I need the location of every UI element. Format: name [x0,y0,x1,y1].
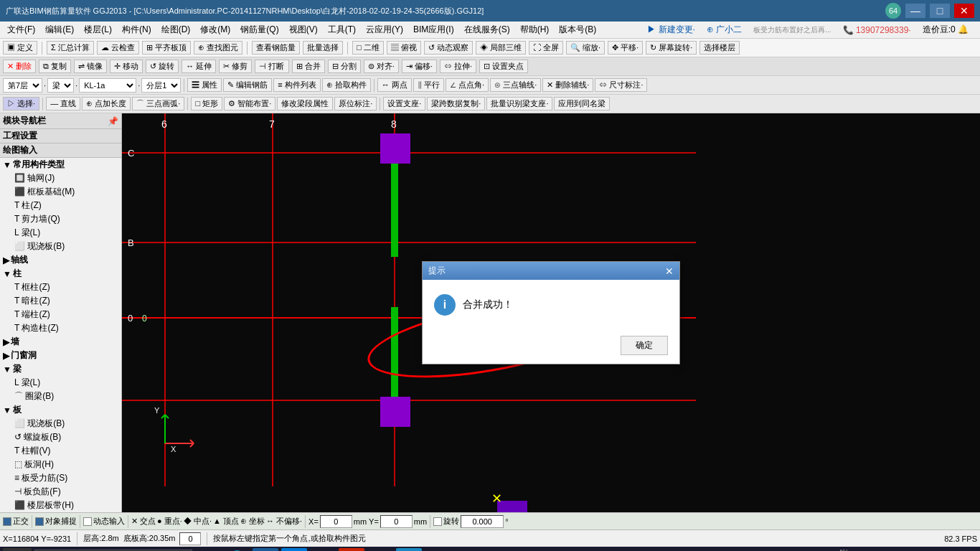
sidebar-item-struct-col[interactable]: T 构造柱(Z) [0,321,121,335]
btn-define[interactable]: ▣ 定义 [3,41,37,55]
btn-screen-rotate[interactable]: ↻ 屏幕旋转· [646,41,697,55]
taskbar-g-icon[interactable]: G [339,548,364,551]
dialog-ok-button[interactable]: 确定 [621,336,668,355]
sidebar-item-ring-beam[interactable]: ⌒ 圈梁(B) [0,390,121,403]
sidebar-group-beam[interactable]: ▼ 梁 [0,362,121,376]
btn-smart-place[interactable]: ⚙ 智能布置· [224,97,275,110]
sidebar-item-slab-neg[interactable]: ⊣ 板负筋(F) [0,485,121,499]
btn-split[interactable]: ⊟ 分割 [328,60,361,73]
btn-move[interactable]: ✛ 移动 [110,60,143,73]
menu-element[interactable]: 构件(N) [118,22,156,37]
btn-offset[interactable]: ⇥ 偏移· [402,60,437,73]
btn-select[interactable]: ▷ 选择· [3,97,39,110]
menu-edit[interactable]: 编辑(E) [41,22,78,37]
sidebar-item-slab[interactable]: ⬜ 现浇板(B) [0,240,121,253]
btn-parallel[interactable]: ∥ 平行 [413,78,444,92]
taskbar-folder-icon[interactable]: 📁 [310,548,336,551]
menu-tools[interactable]: 工具(T) [324,22,360,37]
btn-find[interactable]: ⊕ 查找图元 [194,41,242,55]
btn-property[interactable]: ☰ 属性 [187,78,222,92]
snap-orthogonal[interactable]: 正交 [3,516,29,527]
sidebar-item-dark-col[interactable]: T 暗柱(Z) [0,294,121,308]
sidebar-group-window[interactable]: ▶ 门窗洞 [0,349,121,362]
sub-level-select[interactable]: 分层1 [141,78,181,93]
btn-line[interactable]: — 直线 [46,97,80,110]
taskbar-edge-icon[interactable]: e [281,548,307,551]
btn-batch-id[interactable]: 批量识别梁支座· [486,97,552,110]
btn-set-support[interactable]: 设置支座· [383,97,425,110]
snap-vertex[interactable]: ▲ 顶点 [213,516,239,527]
btn-two-point[interactable]: ↔ 两点 [377,78,412,92]
btn-align-top[interactable]: ⊞ 平齐板顶 [142,41,191,55]
btn-rotate[interactable]: ↺ 旋转 [146,60,179,73]
menu-steel[interactable]: 钢筋量(Q) [236,22,283,37]
snap-object[interactable]: 对象捕捉 [35,516,77,527]
dialog-close-button[interactable]: ✕ [665,265,674,277]
btn-align[interactable]: ⊜ 对齐· [364,60,399,73]
coord-value-input[interactable] [179,532,201,545]
sidebar-item-cast-slab[interactable]: ⬜ 现浇板(B) [0,417,121,430]
sidebar-item-floor-band[interactable]: ⬛ 楼层板带(H) [0,499,121,512]
menu-cloud[interactable]: 云应用(Y) [362,22,407,37]
btn-element-list[interactable]: ≡ 构件列表 [273,78,320,92]
sidebar-item-spiral-slab[interactable]: ↺ 螺旋板(B) [0,430,121,444]
type-select[interactable]: 梁 [47,78,74,93]
btn-arc[interactable]: ⌒ 三点画弧· [132,97,184,110]
btn-grip[interactable]: ⊡ 设置夹点 [479,60,528,73]
btn-pt-len[interactable]: ⊕ 点加长度 [82,97,131,110]
btn-dynamic[interactable]: ↺ 动态观察 [424,41,473,55]
sidebar-item-col-cap[interactable]: T 柱帽(V) [0,444,121,458]
menu-new-change[interactable]: ▶ 新建变更· [643,22,699,37]
sidebar-item-raft[interactable]: ⬛ 框板基础(M) [0,185,121,199]
canvas-area[interactable]: 6 7 8 C B 0 ✕ X [122,113,980,512]
sidebar-item-beam-t[interactable]: L 梁(L) [0,226,121,240]
btn-trim[interactable]: ✂ 修剪 [219,60,252,73]
floor-select[interactable]: 第7层 [3,78,42,93]
menu-help[interactable]: 帮助(H) [516,22,554,37]
btn-copy[interactable]: ⧉ 复制 [39,60,71,73]
sidebar-group-col[interactable]: ▼ 柱 [0,267,121,281]
btn-select-floor[interactable]: 选择楼层 [699,41,740,55]
sidebar-item-project-settings[interactable]: 工程设置 [0,129,121,143]
sidebar-pin[interactable]: 📌 [108,116,118,126]
snap-coord[interactable]: ⊕ 坐标 [240,516,265,527]
minimize-button[interactable]: — [905,4,925,18]
sidebar-group-axis[interactable]: ▶ 轴线 [0,253,121,267]
sidebar-item-end-col[interactable]: T 端柱(Z) [0,308,121,321]
btn-dim[interactable]: ⇔ 尺寸标注· [595,78,647,92]
snap-rotate-checkbox[interactable] [433,517,442,526]
sidebar-group-wall[interactable]: ▶ 墙 [0,335,121,349]
btn-apply-same[interactable]: 应用到同名梁 [554,97,610,110]
x-input[interactable] [320,515,352,528]
btn-local-3d[interactable]: ◈ 局部三维 [476,41,526,55]
btn-edit-steel[interactable]: ✎ 编辑钢筋 [223,78,272,92]
snap-rotate-check[interactable]: 旋转 [433,516,459,527]
sidebar-item-slab-hole[interactable]: ⬚ 板洞(H) [0,458,121,471]
btn-pick[interactable]: ⊕ 拾取构件 [322,78,371,92]
snap-midpoint[interactable]: ◆ 中点· [184,516,212,527]
btn-origin-mark[interactable]: 原位标注· [334,97,377,110]
menu-version[interactable]: 版本号(B) [555,22,600,37]
element-select[interactable]: KL-1a [79,78,136,93]
close-button[interactable]: ✕ [954,4,974,18]
btn-pan[interactable]: ✥ 平移· [608,41,643,55]
btn-break[interactable]: ⊣ 打断 [255,60,288,73]
btn-merge[interactable]: ⊞ 合并 [292,60,325,73]
btn-del-aux[interactable]: ✕ 删除辅线· [542,78,593,92]
menu-draw[interactable]: 绘图(D) [157,22,195,37]
sidebar-item-column-t[interactable]: T 柱(Z) [0,199,121,212]
menu-layer[interactable]: 楼层(L) [80,22,116,37]
btn-rect[interactable]: □ 矩形 [191,97,222,110]
taskbar-ie-icon[interactable]: e [253,548,278,551]
menu-gx2[interactable]: ⊕ 广小二 [702,22,746,37]
snap-dynamic-checkbox[interactable] [83,517,92,526]
btn-delete[interactable]: ✕ 删除 [3,60,36,73]
btn-batch-select[interactable]: 批量选择 [303,41,343,55]
snap-object-checkbox[interactable] [35,517,44,526]
btn-fullscreen[interactable]: ⛶ 全屏 [529,41,563,55]
btn-three-axis[interactable]: ⊙ 三点轴线· [490,78,541,92]
snap-orthogonal-checkbox[interactable] [3,517,11,526]
btn-copy-span[interactable]: 梁跨数据复制· [427,97,485,110]
btn-view-steel[interactable]: 查看钢筋量 [252,41,300,55]
btn-stretch[interactable]: ⇔ 拉伸· [440,60,476,73]
